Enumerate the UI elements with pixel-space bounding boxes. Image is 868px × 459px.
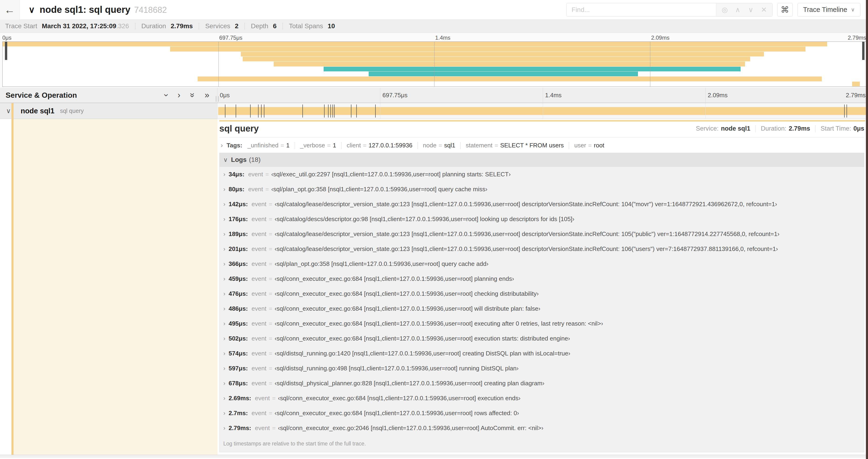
log-timestamp: 176μs: [229,216,248,223]
tag-item: _verbose=1 [300,142,336,149]
chevron-right-icon: › [223,395,225,402]
log-row[interactable]: ›486μs:event=‹sql/conn_executor_exec.go:… [220,301,864,316]
divider [569,142,569,149]
column-resizer-grip[interactable] [216,96,219,102]
collapse-all-icon[interactable]: » [188,93,197,97]
log-marker-tick[interactable] [324,104,324,118]
log-equals: = [269,230,272,237]
page-title: node sql1: sql query 7418682 [40,4,167,15]
minimap-span-bar [852,81,860,86]
log-marker-tick[interactable] [356,104,357,118]
chevron-right-icon: › [223,201,225,207]
log-row[interactable]: ›176μs:event=‹sql/catalog/descs/descript… [220,211,864,226]
chevron-right-icon: › [223,305,225,312]
span-collapse-icon[interactable]: ∨ [6,107,11,115]
log-row[interactable]: ›597μs:event=‹sql/distsql_running.go:498… [220,361,864,376]
log-marker-tick[interactable] [331,104,331,118]
minimap-left-drag-handle[interactable] [5,42,7,60]
span-timeline-cell[interactable] [217,103,868,119]
log-marker-tick[interactable] [351,104,351,118]
log-row[interactable]: ›476μs:event=‹sql/conn_executor_exec.go:… [220,286,864,301]
keyboard-shortcuts-button[interactable]: ⌘ [777,3,793,17]
expand-one-icon[interactable]: › [178,91,180,99]
log-marker-tick[interactable] [333,104,333,118]
window-edge-strip [866,0,868,459]
back-button[interactable]: ← [0,0,20,20]
minimap-canvas[interactable] [2,41,866,87]
log-row[interactable]: ›678μs:event=‹sql/distsql_physical_plann… [220,376,864,391]
view-selector-button[interactable]: Trace Timeline ∨ [797,3,861,17]
span-id-value: 4877749850101760812 [786,458,853,459]
span-detail-header[interactable]: sql query Service:node sql1Duration:2.79… [219,124,864,138]
tag-item: _unfinished=1 [247,142,289,149]
log-field-key: event [251,409,267,417]
log-marker-tick[interactable] [846,104,847,118]
find-input[interactable] [566,3,716,16]
log-marker-tick[interactable] [334,104,335,118]
tag-key: statement [466,142,492,149]
minimap-span-bar [3,42,827,46]
log-marker-tick[interactable] [302,104,303,118]
link-icon[interactable] [856,458,863,459]
trace-meta-value: March 31 2022, 17:25:09.326 [42,22,129,30]
service-operation-label: Service & Operation [6,91,77,100]
trace-collapse-icon[interactable]: ∨ [28,5,35,15]
prev-result-icon[interactable]: ∧ [731,6,744,14]
log-equals: = [269,260,272,267]
log-field-key: event [251,216,267,223]
clear-search-icon[interactable]: ✕ [757,6,771,14]
tags-row[interactable]: › Tags: _unfinished=1_verbose=1client=12… [219,138,864,153]
log-row[interactable]: ›366μs:event=‹sql/plan_opt.go:358 [nsql1… [220,256,864,271]
log-marker-tick[interactable] [250,104,251,118]
log-marker-tick[interactable] [236,104,236,118]
log-row[interactable]: ›502μs:event=‹sql/conn_executor_exec.go:… [220,331,864,346]
next-result-icon[interactable]: ∨ [744,6,757,14]
trace-meta-item: Total Spans 10 [289,22,335,30]
tag-key: _unfinished [247,142,278,149]
bottom-filler [0,455,868,458]
log-equals: = [269,365,272,372]
trace-meta-item: Trace Start March 31 2022, 17:25:09.326 [5,22,129,30]
log-row[interactable]: ›80μs:event=‹sql/plan_opt.go:358 [nsql1,… [220,182,864,197]
log-equals: = [265,186,269,193]
ruler-tick-label: 0μs [220,92,229,99]
log-row[interactable]: ›574μs:event=‹sql/distsql_running.go:142… [220,346,864,361]
span-row[interactable]: ∨ node sql1 sql query [0,103,868,119]
logs-header[interactable]: ∨ Logs (18) [220,153,864,167]
tag-item: client=127.0.0.1:59936 [347,142,412,149]
log-marker-tick[interactable] [844,104,845,118]
expand-all-icon[interactable]: » [205,91,209,99]
span-color-accent [11,119,13,455]
log-marker-tick[interactable] [261,104,261,118]
timeline-column-header: Service & Operation ››»» 0μs697.75μs1.4m… [0,88,868,103]
log-row[interactable]: ›142μs:event=‹sql/catalog/lease/descript… [220,197,864,211]
ruler-gridline [380,88,380,103]
log-marker-tick[interactable] [328,104,329,118]
log-row[interactable]: ›495μs:event=‹sql/conn_executor_exec.go:… [220,316,864,331]
log-row[interactable]: ›2.69ms:event=‹sql/conn_executor_exec.go… [220,391,864,405]
locate-icon[interactable]: ◎ [718,6,731,14]
log-row[interactable]: ›459μs:event=‹sql/conn_executor_exec.go:… [220,271,864,286]
minimap-right-drag-handle[interactable] [862,42,865,60]
log-marker-tick[interactable] [225,104,225,118]
log-row[interactable]: ›201μs:event=‹sql/catalog/lease/descript… [220,241,864,256]
log-row[interactable]: ›2.79ms:event=‹sql/conn_executor_exec.go… [220,421,864,435]
log-field-value: ‹sql/conn_executor_exec.go:684 [nsql1,cl… [275,290,539,297]
collapse-one-icon[interactable]: › [162,94,170,97]
log-row[interactable]: ›2.7ms:event=‹sql/conn_executor_exec.go:… [220,405,864,421]
log-timestamp: 459μs: [229,275,248,282]
minimap-tick-label: 1.4ms [435,35,450,41]
log-row[interactable]: ›34μs:event=‹sql/exec_util.go:2297 [nsql… [220,167,864,182]
span-detail-left-tint [13,119,217,455]
logs-section: ∨ Logs (18) ›34μs:event=‹sql/exec_util.g… [219,153,864,452]
trace-id: 7418682 [134,5,167,15]
divider [755,125,756,132]
log-row[interactable]: ›189μs:event=‹sql/catalog/lease/descript… [220,226,864,241]
span-operation-name: sql query [60,107,84,114]
header-actions: ◎∧∨✕ ⌘ Trace Timeline ∨ [566,3,861,17]
log-marker-tick[interactable] [264,104,265,118]
log-marker-tick[interactable] [258,104,258,118]
ruler-tick-label: 697.75μs [382,92,408,99]
minimap-span-bar [369,72,638,76]
log-marker-tick[interactable] [375,104,376,118]
